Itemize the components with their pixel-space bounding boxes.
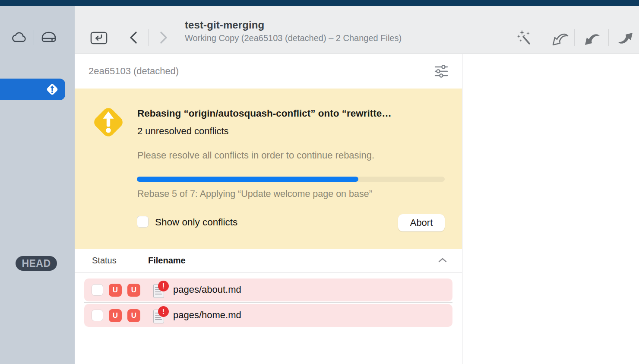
back-icon[interactable]	[128, 30, 140, 47]
document-conflict-icon: !	[153, 282, 171, 300]
column-divider	[144, 254, 144, 268]
sidebar-icon-divider	[34, 30, 34, 45]
filter-sliders-icon[interactable]	[433, 63, 449, 81]
open-repo-folder-icon[interactable]	[90, 29, 108, 48]
collapse-chevron-icon[interactable]	[438, 257, 447, 266]
sidebar-item-repo-selected[interactable]	[0, 79, 65, 100]
page-subtitle: Working Copy (2ea65103 (detached) – 2 Ch…	[185, 33, 496, 43]
rebase-status-icon	[45, 82, 60, 97]
pull-outline-icon[interactable]	[551, 30, 570, 49]
show-only-conflicts-checkbox[interactable]	[137, 216, 149, 228]
status-column-header: Status	[92, 256, 117, 266]
file-checkbox[interactable]	[92, 284, 103, 296]
pull-icon[interactable]	[583, 30, 602, 49]
commit-label: 2ea65103 (detached)	[89, 66, 179, 77]
drive-icon[interactable]	[40, 29, 58, 48]
push-icon[interactable]	[616, 30, 635, 49]
file-checkbox[interactable]	[92, 310, 103, 321]
abort-button[interactable]: Abort	[398, 214, 445, 231]
rebase-warning-panel: Rebasing “origin/autosquash-conflict” on…	[75, 89, 462, 249]
forward-icon[interactable]	[157, 30, 169, 47]
commit-bar: 2ea65103 (detached)	[75, 54, 462, 89]
toolbar-divider	[148, 29, 149, 46]
resolve-instruction: Please resolve all conflicts in order to…	[137, 150, 374, 161]
rebase-warning-icon	[89, 102, 128, 142]
status-badge: U	[127, 309, 140, 322]
rebase-title: Rebasing “origin/autosquash-conflict” on…	[137, 108, 452, 119]
toolbar-titles: test-git-merging Working Copy (2ea65103 …	[185, 19, 496, 43]
row-divider	[84, 302, 452, 303]
toolbar-divider	[608, 29, 609, 46]
rebase-progress-label: Rebase 5 of 7: Applying “Update welcome …	[137, 189, 372, 199]
toolbar: test-git-merging Working Copy (2ea65103 …	[75, 6, 639, 54]
file-table-header: Status Filename	[75, 249, 462, 272]
status-badge: U	[127, 284, 140, 297]
status-badge: U	[109, 284, 122, 297]
head-badge: HEAD	[16, 256, 57, 271]
conflict-alert-icon: !	[158, 281, 169, 291]
system-status-bar	[0, 0, 639, 6]
repo-sidebar: HEAD	[0, 6, 75, 364]
wand-icon[interactable]	[517, 29, 535, 49]
filename: pages/about.md	[173, 284, 241, 295]
cloud-icon[interactable]	[10, 29, 28, 48]
toolbar-divider	[574, 29, 575, 46]
rebase-progress-track	[137, 177, 445, 182]
unresolved-conflicts-count: 2 unresolved conflicts	[137, 126, 229, 137]
table-row[interactable]: U U ! pages/home.md	[84, 304, 452, 327]
status-badge: U	[109, 309, 122, 322]
document-conflict-icon: !	[153, 308, 171, 325]
show-only-conflicts-label: Show only conflicts	[155, 217, 237, 228]
filename: pages/home.md	[173, 310, 241, 321]
filename-column-header: Filename	[148, 256, 186, 266]
rebase-progress-fill	[137, 177, 358, 182]
page-title: test-git-merging	[185, 19, 496, 31]
working-copy-app: HEAD test-git-merging Working Copy (2ea6…	[0, 0, 639, 364]
conflict-alert-icon: !	[158, 306, 169, 317]
table-row[interactable]: U U ! pages/about.md	[84, 279, 452, 301]
detail-panel	[462, 54, 639, 364]
